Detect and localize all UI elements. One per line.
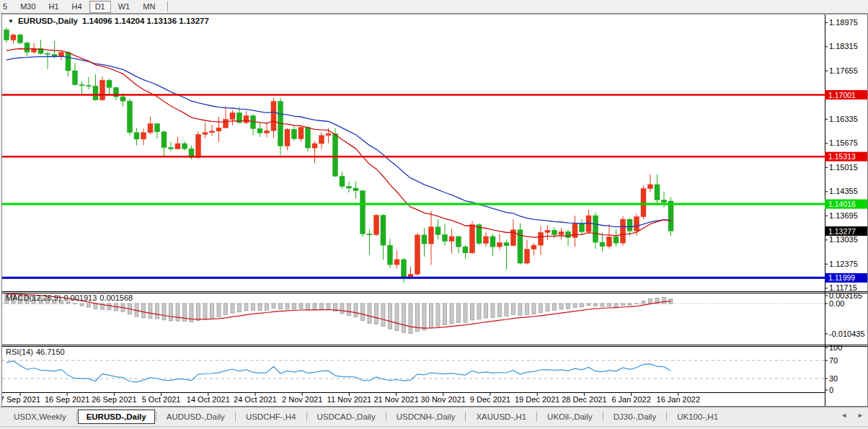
- svg-text:1.11999: 1.11999: [828, 273, 855, 282]
- svg-text:1.13035: 1.13035: [829, 235, 858, 244]
- macd-indicator-label: MACD(12,26,9)0.0019130.001568: [6, 293, 136, 302]
- svg-text:16 Sep 2021: 16 Sep 2021: [45, 395, 89, 404]
- tab-separator: [76, 412, 77, 421]
- chart-tab-usdchf-h4[interactable]: USDCHF-,H4: [236, 410, 306, 423]
- tab-scroll-arrows: ◄ ►: [841, 411, 864, 420]
- svg-text:26 Sep 2021: 26 Sep 2021: [92, 395, 136, 404]
- svg-text:6 Jan 2022: 6 Jan 2022: [611, 395, 650, 404]
- chart-window: 1.189751.183151.176551.163351.156751.150…: [1, 14, 868, 407]
- svg-text:1.14016: 1.14016: [828, 200, 856, 208]
- svg-text:0: 0: [829, 386, 833, 394]
- tab-separator: [536, 412, 537, 421]
- chart-tab-xauusd-h1[interactable]: XAUUSD-,H1: [466, 410, 536, 423]
- chart-canvas[interactable]: 1.189751.183151.176551.163351.156751.150…: [2, 14, 867, 406]
- timeframe-button-mn[interactable]: MN: [137, 1, 161, 13]
- svg-text:1.13695: 1.13695: [829, 211, 858, 220]
- tab-separator: [386, 412, 386, 421]
- svg-text:1.17655: 1.17655: [829, 66, 858, 75]
- chart-tab-eurusd-daily[interactable]: EURUSD-,Daily: [78, 410, 155, 424]
- timeframe-button-h1[interactable]: H1: [43, 1, 65, 13]
- chart-tab-uk100-h1[interactable]: UK100-,H1: [668, 410, 727, 423]
- svg-text:1.15313: 1.15313: [828, 152, 856, 161]
- toolbar-separator: [167, 1, 169, 12]
- svg-text:1.17001: 1.17001: [828, 91, 856, 99]
- svg-text:-0.010435: -0.010435: [829, 330, 865, 338]
- svg-text:7 Sep 2021: 7 Sep 2021: [2, 395, 40, 404]
- timeframe-button-5[interactable]: 5: [0, 1, 13, 13]
- chart-tab-bar: USDX,WeeklyEURUSD-,DailyAUDUSD-,DailyUSD…: [0, 407, 868, 425]
- rsi-indicator-label: RSI(14)46.7150: [6, 348, 68, 356]
- timeframe-toolbar: 5M30H1H4D1W1MN: [0, 0, 868, 14]
- svg-text:2 Nov 2021: 2 Nov 2021: [282, 395, 322, 404]
- tab-scroll-right-icon[interactable]: ►: [857, 411, 864, 420]
- timeframe-button-m30[interactable]: M30: [14, 1, 41, 13]
- timeframe-button-w1[interactable]: W1: [112, 1, 136, 13]
- svg-text:1.16335: 1.16335: [829, 115, 858, 123]
- rsi-value: 46.7150: [36, 348, 65, 356]
- svg-text:28 Dec 2021: 28 Dec 2021: [562, 395, 606, 404]
- ma-fast-line: [6, 49, 671, 238]
- timeframe-button-d1[interactable]: D1: [89, 1, 111, 13]
- tab-separator: [666, 412, 667, 421]
- tab-separator: [235, 412, 236, 421]
- macd-name: MACD(12,26,9): [6, 293, 61, 302]
- svg-text:100: 100: [829, 343, 842, 352]
- svg-text:16 Jan 2022: 16 Jan 2022: [657, 395, 701, 404]
- svg-text:24 Oct 2021: 24 Oct 2021: [234, 395, 277, 404]
- status-strip: [0, 426, 868, 429]
- svg-text:1.18975: 1.18975: [829, 18, 858, 27]
- collapse-icon[interactable]: ▼: [8, 18, 14, 25]
- tab-scroll-left-icon[interactable]: ◄: [841, 411, 847, 420]
- tab-separator: [603, 412, 603, 421]
- chart-tab-usdcnh-daily[interactable]: USDCNH-,Daily: [387, 410, 465, 423]
- svg-text:30: 30: [829, 374, 838, 383]
- macd-signal-value: 0.001568: [99, 293, 133, 302]
- svg-text:21 Nov 2021: 21 Nov 2021: [373, 395, 418, 404]
- svg-text:14 Oct 2021: 14 Oct 2021: [187, 395, 230, 404]
- price-pane: [2, 27, 825, 283]
- candlestick-series: [4, 27, 674, 283]
- svg-text:30 Nov 2021: 30 Nov 2021: [421, 395, 466, 404]
- svg-text:9 Dec 2021: 9 Dec 2021: [470, 395, 510, 404]
- chart-tab-ukoil-daily[interactable]: UKOil-,Daily: [538, 410, 602, 423]
- ma-slow-line: [6, 56, 671, 227]
- tab-separator: [465, 412, 466, 421]
- mt4-terminal: { "toolbar": { "timeframes": ["5","M30",…: [0, 0, 868, 429]
- chart-ohlc-values: 1.14096 1.14204 1.13136 1.13277: [82, 17, 209, 25]
- svg-text:1.18315: 1.18315: [829, 42, 858, 50]
- chart-tab-usdx-weekly[interactable]: USDX,Weekly: [4, 410, 76, 423]
- svg-text:1.15015: 1.15015: [829, 163, 858, 172]
- date-axis: 7 Sep 202116 Sep 202126 Sep 20215 Oct 20…: [2, 393, 700, 404]
- rsi-pane: [2, 361, 825, 382]
- svg-text:1.12375: 1.12375: [829, 260, 858, 268]
- tab-separator: [156, 412, 156, 421]
- timeframe-button-h4[interactable]: H4: [66, 1, 88, 13]
- chart-tab-audusd-daily[interactable]: AUDUSD-,Daily: [157, 410, 234, 423]
- svg-text:5 Oct 2021: 5 Oct 2021: [142, 395, 181, 404]
- svg-text:1.14355: 1.14355: [829, 187, 858, 195]
- chart-symbol-period: EURUSD-,Daily: [18, 17, 78, 25]
- price-axis: 1.189751.183151.176551.163351.156751.150…: [825, 14, 867, 406]
- svg-text:11 Nov 2021: 11 Nov 2021: [327, 395, 372, 404]
- svg-text:19 Dec 2021: 19 Dec 2021: [515, 395, 559, 404]
- macd-main-value: 0.001913: [63, 293, 97, 302]
- svg-text:1.15675: 1.15675: [829, 138, 858, 147]
- svg-text:1.13277: 1.13277: [828, 227, 856, 236]
- rsi-name: RSI(14): [6, 348, 33, 356]
- chart-title: ▼ EURUSD-,Daily 1.14096 1.14204 1.13136 …: [8, 17, 209, 25]
- chart-tab-dj30-daily[interactable]: DJ30-,Daily: [604, 410, 665, 423]
- tab-separator: [306, 412, 307, 421]
- svg-text:0.00: 0.00: [829, 299, 844, 308]
- svg-text:70: 70: [829, 356, 838, 365]
- chart-tab-usdcad-daily[interactable]: USDCAD-,Daily: [308, 410, 385, 423]
